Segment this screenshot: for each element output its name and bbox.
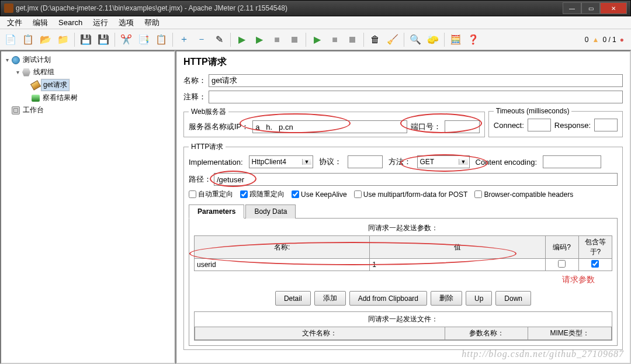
col-encode: 编码? [545, 236, 578, 259]
http-request-panel: HTTP请求 名称： 注释： Web服务器 服务器名称或IP： 端口号： [175, 50, 631, 364]
connect-input[interactable] [528, 119, 551, 131]
paste-icon[interactable]: 📋 [153, 32, 169, 48]
sampler-icon [30, 80, 41, 90]
port-input[interactable] [445, 120, 480, 133]
tree-node-sampler[interactable]: get请求 [2, 78, 173, 92]
window-titlebar: get.jmx (D:\apache-jmeter-2.11\bin\examp… [0, 0, 631, 16]
menu-help[interactable]: 帮助 [140, 16, 164, 29]
templates-icon[interactable]: 📋 [20, 32, 36, 48]
menu-edit[interactable]: 编辑 [28, 16, 53, 29]
tree-label: 察看结果树 [41, 92, 79, 103]
search-icon[interactable]: 🔍 [407, 32, 424, 48]
connect-label: Connect: [494, 121, 524, 130]
method-select[interactable]: GET ▼ [417, 155, 470, 168]
encoding-label: Content encoding: [476, 158, 538, 167]
tab-parameters[interactable]: Parameters [189, 204, 244, 219]
impl-select[interactable]: HttpClient4 ▼ [249, 155, 313, 168]
menu-file[interactable]: 文件 [2, 16, 27, 29]
new-icon[interactable]: 📄 [2, 32, 19, 48]
files-section-title: 同请求一起发送文件： [195, 312, 612, 324]
path-input[interactable] [214, 173, 618, 186]
tree-node-listener[interactable]: 察看结果树 [2, 92, 173, 104]
chk-browsercompat[interactable]: Browser-compatible headers [474, 190, 573, 199]
start-notimers-icon[interactable]: ▶ [251, 32, 268, 48]
copy-icon[interactable]: 📑 [136, 32, 152, 48]
tree-node-plan[interactable]: ▾ 测试计划 [2, 54, 173, 66]
remote-shutdown-icon[interactable]: ⏹ [344, 32, 360, 48]
encoding-input[interactable] [543, 155, 601, 168]
workbench-icon [12, 106, 20, 115]
tree-label: 线程组 [32, 67, 56, 78]
params-table[interactable]: 名称: 值 编码? 包含等于? userid 1 [194, 235, 612, 271]
webserver-legend: Web服务器 [189, 107, 228, 117]
chk-keepalive[interactable]: Use KeepAlive [292, 190, 347, 199]
close-icon[interactable]: 📁 [55, 32, 71, 48]
menubar: 文件 编辑 Search 运行 选项 帮助 [0, 16, 631, 29]
port-label: 端口号： [411, 122, 441, 132]
remote-start-icon[interactable]: ▶ [309, 32, 325, 48]
cell-value[interactable]: 1 [370, 259, 545, 271]
cell-encode[interactable] [545, 259, 578, 271]
tree-node-workbench[interactable]: ▾ 工作台 [2, 104, 173, 116]
stop-icon[interactable]: ■ [269, 32, 285, 48]
tree-toggle-icon[interactable]: ▾ [14, 69, 21, 75]
cell-include[interactable] [578, 259, 612, 271]
delete-button[interactable]: 删除 [431, 291, 462, 306]
minimize-button[interactable]: — [563, 2, 581, 14]
tree-label: get请求 [41, 79, 70, 91]
tab-bodydata[interactable]: Body Data [245, 204, 296, 219]
clear-all-icon[interactable]: 🧹 [384, 32, 401, 48]
expand-icon[interactable]: ＋ [176, 32, 192, 48]
listener-icon [32, 95, 40, 102]
function-helper-icon[interactable]: 🧮 [448, 32, 464, 48]
add-button[interactable]: 添加 [314, 291, 346, 306]
help-icon[interactable]: ❓ [465, 32, 481, 48]
chk-multipart[interactable]: Use multipart/form-data for POST [354, 190, 468, 199]
clear-icon[interactable]: 🗑 [367, 32, 383, 48]
remote-stop-icon[interactable]: ■ [327, 32, 343, 48]
tree-label: 测试计划 [21, 54, 53, 65]
open-icon[interactable]: 📂 [37, 32, 54, 48]
httpreq-legend: HTTP请求 [189, 142, 226, 152]
maximize-button[interactable]: ▭ [581, 2, 600, 14]
timeouts-legend: Timeouts (milliseconds) [494, 107, 572, 115]
col-paramname: 参数名称： [445, 327, 528, 340]
menu-search[interactable]: Search [54, 17, 87, 28]
start-icon[interactable]: ▶ [234, 32, 250, 48]
server-input[interactable] [252, 120, 407, 133]
table-row[interactable]: userid 1 [195, 259, 612, 271]
clipboard-button[interactable]: Add from Clipboard [349, 291, 427, 306]
down-button[interactable]: Down [495, 291, 531, 306]
col-name: 名称: [195, 236, 370, 259]
saveas-icon[interactable]: 💾 [95, 32, 112, 48]
protocol-input[interactable] [348, 155, 383, 168]
toggle-icon[interactable]: ✎ [211, 32, 227, 48]
tree-node-threadgroup[interactable]: ▾ 线程组 [2, 66, 173, 78]
reset-search-icon[interactable]: 🧽 [425, 32, 441, 48]
toolbar: 📄 📋 📂 📁 💾 💾 ✂️ 📑 📋 ＋ － ✎ ▶ ▶ ■ ⏹ ▶ ■ ⏹ 🗑… [0, 29, 631, 50]
close-button[interactable]: ✕ [600, 2, 627, 14]
response-input[interactable] [594, 119, 618, 131]
menu-run[interactable]: 运行 [88, 16, 113, 29]
test-plan-tree[interactable]: ▾ 测试计划 ▾ 线程组 get请求 察看结果树 ▾ 工作台 [0, 50, 175, 364]
name-label: 名称： [183, 75, 206, 86]
save-icon[interactable]: 💾 [78, 32, 94, 48]
cut-icon[interactable]: ✂️ [118, 32, 134, 48]
name-input[interactable] [209, 74, 623, 87]
tree-toggle-icon[interactable]: ▾ [4, 57, 11, 63]
files-table[interactable]: 文件名称： 参数名称： MIME类型： [195, 327, 612, 340]
chk-followredirect[interactable]: 跟随重定向 [240, 189, 285, 199]
detail-button[interactable]: Detail [275, 291, 311, 306]
cell-name[interactable]: userid [195, 259, 370, 271]
comment-input[interactable] [209, 91, 623, 103]
annotation-label: 请求参数 [194, 271, 612, 285]
collapse-icon[interactable]: － [193, 32, 210, 48]
menu-options[interactable]: 选项 [114, 16, 138, 29]
shutdown-icon[interactable]: ⏹ [286, 32, 303, 48]
thread-icon [22, 68, 30, 77]
up-button[interactable]: Up [466, 291, 492, 306]
plan-icon [12, 56, 20, 64]
col-filename: 文件名称： [195, 327, 445, 340]
chk-autoredirect[interactable]: 自动重定向 [189, 189, 233, 199]
error-icon: ● [620, 36, 624, 44]
